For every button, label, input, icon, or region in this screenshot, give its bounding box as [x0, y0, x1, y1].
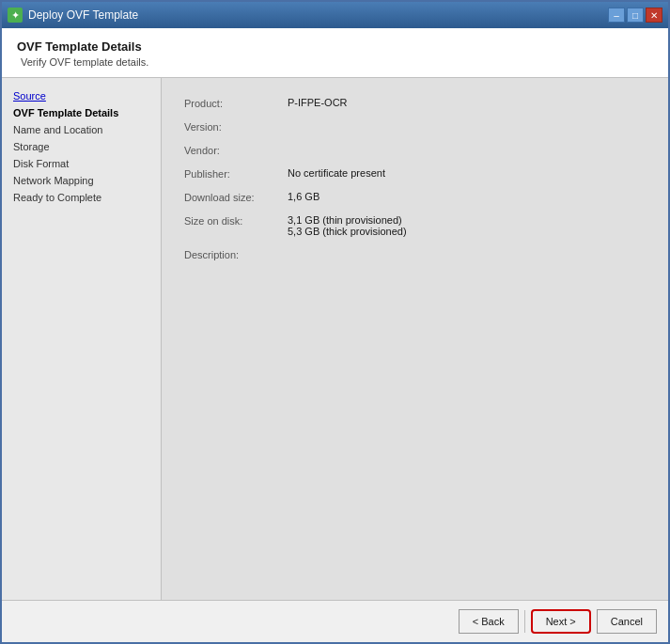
sidebar-item-ovf-template-details[interactable]: OVF Template Details: [2, 104, 161, 121]
back-button[interactable]: < Back: [459, 609, 519, 634]
title-bar: ✦ Deploy OVF Template – □ ✕: [2, 2, 668, 28]
version-row: Version:: [184, 120, 646, 133]
version-label: Version:: [184, 120, 288, 133]
dialog-title: OVF Template Details: [17, 39, 653, 54]
size-on-disk-value: 3,1 GB (thin provisioned)5,3 GB (thick p…: [288, 214, 646, 237]
next-button[interactable]: Next >: [531, 609, 591, 634]
size-on-disk-label: Size on disk:: [184, 214, 288, 227]
sidebar-item-ready-to-complete[interactable]: Ready to Complete: [2, 189, 161, 206]
sidebar-item-disk-format[interactable]: Disk Format: [2, 155, 161, 172]
sidebar-item-network-mapping[interactable]: Network Mapping: [2, 172, 161, 189]
maximize-button[interactable]: □: [627, 8, 644, 23]
vendor-row: Vendor:: [184, 144, 646, 156]
product-label: Product:: [184, 97, 288, 109]
footer-divider: [524, 610, 525, 633]
publisher-value: No certificate present: [288, 167, 646, 179]
dialog-body: Source OVF Template Details Name and Loc…: [2, 78, 668, 600]
cancel-button[interactable]: Cancel: [597, 609, 657, 634]
product-row: Product: P-IFPE-OCR: [184, 97, 646, 109]
dialog-subtitle: Verify OVF template details.: [21, 56, 653, 68]
description-row: Description:: [184, 248, 646, 260]
size-on-disk-row: Size on disk: 3,1 GB (thin provisioned)5…: [184, 214, 646, 237]
product-value: P-IFPE-OCR: [288, 97, 646, 108]
main-panel: Product: P-IFPE-OCR Version: Vendor: Pub…: [162, 78, 668, 600]
download-size-value: 1,6 GB: [288, 191, 646, 202]
description-label: Description:: [184, 248, 288, 260]
dialog-header: OVF Template Details Verify OVF template…: [2, 28, 668, 78]
close-button[interactable]: ✕: [646, 8, 662, 23]
sidebar-item-storage[interactable]: Storage: [2, 138, 161, 155]
window-icon: ✦: [8, 8, 23, 23]
publisher-label: Publisher:: [184, 167, 288, 180]
sidebar-item-source[interactable]: Source: [2, 87, 161, 104]
details-table: Product: P-IFPE-OCR Version: Vendor: Pub…: [184, 97, 646, 260]
download-size-row: Download size: 1,6 GB: [184, 191, 646, 203]
sidebar: Source OVF Template Details Name and Loc…: [2, 78, 162, 600]
dialog-content: OVF Template Details Verify OVF template…: [2, 28, 668, 642]
minimize-button[interactable]: –: [608, 8, 625, 23]
download-size-label: Download size:: [184, 191, 288, 203]
publisher-row: Publisher: No certificate present: [184, 167, 646, 180]
deploy-ovf-window: ✦ Deploy OVF Template – □ ✕ OVF Template…: [0, 0, 670, 644]
window-title: Deploy OVF Template: [28, 8, 608, 22]
window-controls: – □ ✕: [608, 8, 662, 23]
vendor-label: Vendor:: [184, 144, 288, 156]
sidebar-item-name-and-location[interactable]: Name and Location: [2, 121, 161, 138]
dialog-footer: < Back Next > Cancel: [2, 600, 668, 642]
